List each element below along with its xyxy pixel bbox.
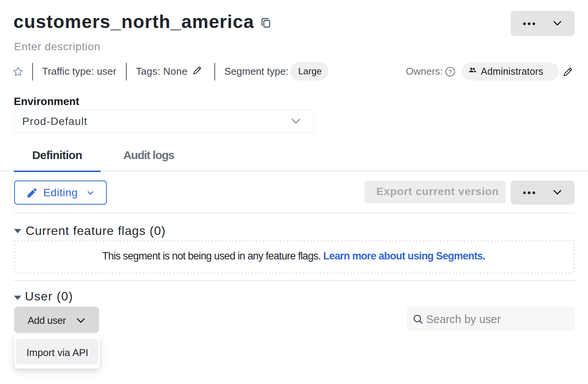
svg-text:?: ? [449, 69, 452, 75]
